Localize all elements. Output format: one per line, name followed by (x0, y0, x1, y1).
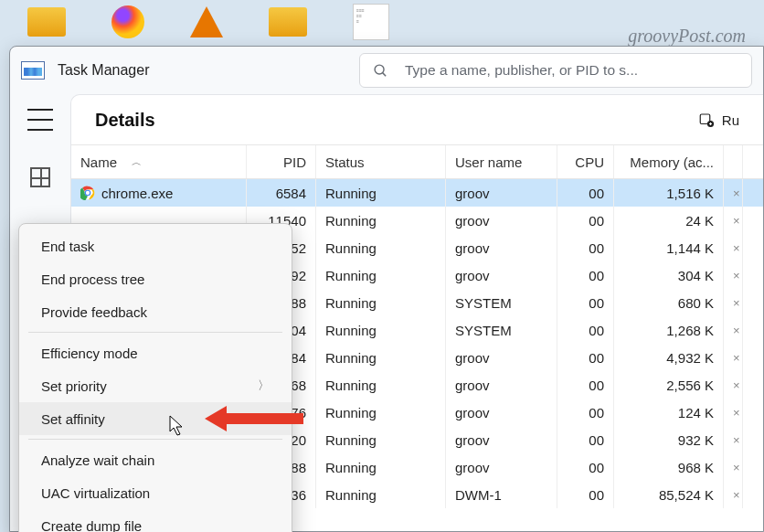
col-memory[interactable]: Memory (ac... (614, 145, 724, 178)
task-manager-icon (21, 61, 45, 80)
process-cpu: 00 (557, 289, 614, 316)
process-memory: 124 K (614, 399, 724, 426)
col-truncated (724, 145, 743, 178)
run-new-task-button[interactable]: Ru (698, 112, 739, 128)
process-name: chrome.exe (101, 186, 173, 201)
table-row[interactable]: chrome.exe6584Runninggroov001,516 K× (71, 179, 763, 207)
process-cpu: 00 (557, 481, 614, 508)
process-status: Running (316, 481, 446, 508)
col-pid[interactable]: PID (247, 145, 316, 178)
process-memory: 968 K (614, 453, 724, 481)
svg-marker-7 (205, 406, 303, 431)
notepad-icon[interactable]: ≡≡≡≡≡≡ (353, 4, 389, 40)
cursor-icon (169, 415, 187, 439)
process-status: Running (316, 289, 446, 316)
run-task-icon (698, 112, 715, 128)
folder-icon[interactable] (27, 7, 66, 37)
menu-item-analyze-wait-chain[interactable]: Analyze wait chain (19, 443, 292, 476)
process-status: Running (316, 453, 446, 481)
firefox-icon[interactable] (111, 5, 144, 38)
process-user: groov (446, 234, 557, 261)
titlebar: Task Manager Type a name, publisher, or … (10, 47, 763, 94)
process-user: SYSTEM (446, 316, 557, 344)
col-status[interactable]: Status (316, 145, 446, 178)
process-user: SYSTEM (446, 289, 557, 316)
process-memory: 24 K (614, 207, 724, 234)
process-cpu: 00 (557, 207, 614, 234)
process-memory: 304 K (614, 261, 724, 289)
details-view-icon[interactable] (30, 167, 50, 187)
menu-item-efficiency-mode[interactable]: Efficiency mode (19, 336, 292, 369)
chevron-right-icon: 〉 (258, 378, 270, 394)
process-cpu: 00 (557, 179, 614, 207)
process-memory: 1,268 K (614, 316, 724, 344)
process-status: Running (316, 426, 446, 453)
context-menu: End taskEnd process treeProvide feedback… (18, 223, 292, 532)
app-title: Task Manager (58, 62, 150, 79)
process-status: Running (316, 179, 446, 207)
process-cpu: 00 (557, 234, 614, 261)
process-memory: 2,556 K (614, 371, 724, 399)
process-cpu: 00 (557, 261, 614, 289)
process-memory: 4,932 K (614, 344, 724, 371)
process-user: DWM-1 (446, 481, 557, 508)
folder-icon[interactable] (269, 7, 307, 37)
search-icon (373, 63, 388, 79)
menu-item-uac-virtualization[interactable]: UAC virtualization (19, 476, 292, 509)
menu-item-provide-feedback[interactable]: Provide feedback (19, 295, 292, 328)
process-user: groov (446, 344, 557, 371)
process-status: Running (316, 344, 446, 371)
process-status: Running (316, 399, 446, 426)
svg-point-0 (375, 65, 384, 74)
process-status: Running (316, 316, 446, 344)
menu-item-set-priority[interactable]: Set priority〉 (19, 369, 292, 402)
process-cpu: 00 (557, 399, 614, 426)
process-pid: 6584 (247, 179, 316, 207)
process-user: groov (446, 179, 557, 207)
col-cpu[interactable]: CPU (557, 145, 614, 178)
menu-item-end-process-tree[interactable]: End process tree (19, 262, 292, 295)
page-title: Details (95, 110, 155, 131)
process-memory: 680 K (614, 289, 724, 316)
svg-point-6 (86, 191, 90, 195)
hamburger-icon[interactable] (27, 109, 53, 131)
search-placeholder: Type a name, publisher, or PID to s... (405, 62, 638, 79)
process-cpu: 00 (557, 316, 614, 344)
process-memory: 932 K (614, 426, 724, 453)
process-cpu: 00 (557, 426, 614, 453)
table-header[interactable]: Name︿ PID Status User name CPU Memory (a… (71, 144, 763, 179)
process-user: groov (446, 453, 557, 481)
menu-separator (28, 439, 282, 440)
svg-line-1 (383, 72, 387, 76)
process-memory: 1,516 K (614, 179, 724, 207)
process-memory: 1,144 K (614, 234, 724, 261)
vlc-icon[interactable] (190, 6, 223, 37)
process-memory: 85,524 K (614, 481, 724, 508)
col-name: Name︿ (71, 145, 247, 178)
search-input[interactable]: Type a name, publisher, or PID to s... (359, 53, 752, 88)
watermark: groovyPost.com (628, 26, 746, 47)
process-user: groov (446, 399, 557, 426)
annotation-arrow (205, 402, 305, 435)
sort-asc-icon: ︿ (132, 155, 142, 169)
process-status: Running (316, 261, 446, 289)
menu-separator (28, 332, 282, 333)
process-user: groov (446, 426, 557, 453)
process-user: groov (446, 261, 557, 289)
process-status: Running (316, 234, 446, 261)
process-user: groov (446, 371, 557, 399)
menu-item-end-task[interactable]: End task (19, 229, 292, 262)
process-cpu: 00 (557, 453, 614, 481)
process-cpu: 00 (557, 371, 614, 399)
process-status: Running (316, 371, 446, 399)
menu-item-create-dump-file[interactable]: Create dump file (19, 509, 292, 532)
process-user: groov (446, 207, 557, 234)
process-cpu: 00 (557, 344, 614, 371)
process-status: Running (316, 207, 446, 234)
col-user[interactable]: User name (446, 145, 557, 178)
